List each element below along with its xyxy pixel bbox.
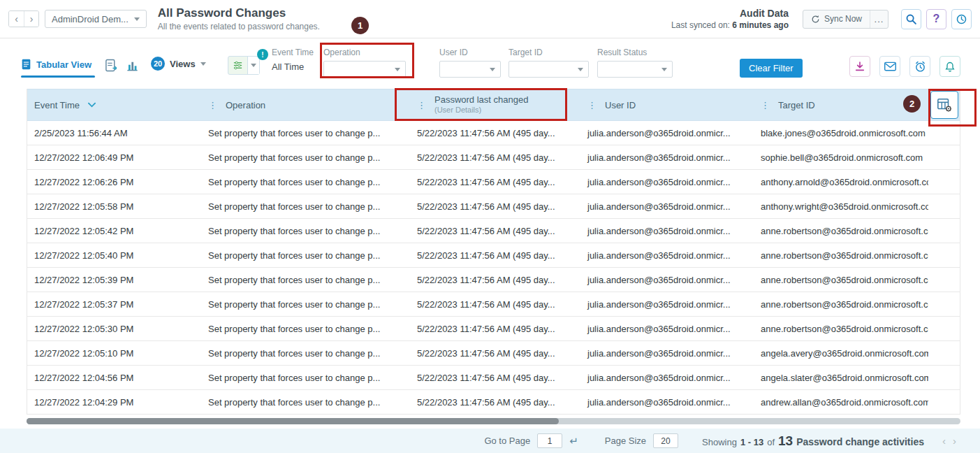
clear-filter-button[interactable]: Clear Filter <box>740 59 803 78</box>
filter-label: Result Status <box>597 48 673 57</box>
cell-password-last-changed: 5/22/2023 11:47:56 AM (495 day... <box>410 201 580 212</box>
cell-password-last-changed: 5/22/2023 11:47:56 AM (495 day... <box>410 373 580 383</box>
filter-options-caret[interactable] <box>247 57 259 74</box>
last-synced-value: 6 minutes ago <box>732 20 789 30</box>
table-row[interactable]: 12/27/2022 12:05:10 PM Set property that… <box>27 341 960 366</box>
column-header-password-last-changed[interactable]: ⋮ Password last changed (User Details) <box>410 89 580 120</box>
cell-event-time: 12/27/2022 12:04:29 PM <box>27 397 201 408</box>
column-header-event-time[interactable]: Event Time <box>27 89 201 120</box>
showing-range: 1 - 13 <box>740 437 763 447</box>
column-header-target-id[interactable]: ⋮ Target ID <box>754 89 928 120</box>
filter-result-status: Result Status <box>597 48 673 78</box>
column-menu-icon[interactable]: ⋮ <box>761 100 770 110</box>
toolbar-action-icons <box>849 56 960 77</box>
chart-view-button[interactable] <box>126 59 139 75</box>
prev-page-button[interactable]: ‹ <box>942 435 946 447</box>
table-row[interactable]: 12/27/2022 12:05:58 PM Set property that… <box>27 194 960 219</box>
views-label: Views <box>170 59 196 69</box>
search-button[interactable] <box>901 9 921 29</box>
chart-view-icon <box>126 59 139 72</box>
tab-tabular-view-label: Tabular View <box>36 59 92 70</box>
table-row[interactable]: 12/27/2022 12:05:40 PM Set property that… <box>27 243 960 268</box>
chevron-down-icon <box>200 62 206 66</box>
email-button[interactable] <box>879 56 900 77</box>
filter-target-id: Target ID <box>509 48 589 78</box>
export-report-button[interactable] <box>105 59 117 75</box>
schedule-button[interactable] <box>909 56 930 77</box>
table-row[interactable]: 12/27/2022 12:04:29 PM Set property that… <box>27 390 960 415</box>
column-menu-icon[interactable]: ⋮ <box>417 100 426 110</box>
user-id-dropdown[interactable] <box>439 61 501 78</box>
tab-tabular-view[interactable]: Tabular View <box>21 59 92 70</box>
scrollbar-thumb[interactable] <box>27 418 559 424</box>
cell-user-id: julia.anderson@o365droid.onmicr... <box>580 128 754 138</box>
table-row[interactable]: 2/25/2023 11:56:44 AM Set property that … <box>27 121 960 145</box>
filter-label: User ID <box>439 48 501 57</box>
column-menu-icon[interactable]: ⋮ <box>587 100 597 110</box>
manage-columns-button[interactable] <box>930 91 958 119</box>
go-icon[interactable]: ↵ <box>569 435 578 447</box>
cell-user-id: julia.anderson@o365droid.onmicr... <box>580 275 754 285</box>
cell-event-time: 12/27/2022 12:04:56 PM <box>27 373 201 383</box>
cell-event-time: 12/27/2022 12:06:49 PM <box>27 152 201 163</box>
table-row[interactable]: 12/27/2022 12:05:42 PM Set property that… <box>27 219 960 243</box>
cell-operation: Set property that forces user to change … <box>201 250 410 261</box>
cell-event-time: 12/27/2022 12:05:30 PM <box>27 324 201 334</box>
cell-event-time: 12/27/2022 12:05:39 PM <box>27 275 201 285</box>
views-dropdown[interactable]: 20 Views <box>151 57 206 71</box>
filter-event-time: Event Time All Time <box>272 48 314 72</box>
operation-dropdown[interactable] <box>323 61 406 78</box>
table-row[interactable]: 12/27/2022 12:05:30 PM Set property that… <box>27 317 960 341</box>
filter-operation: Operation <box>323 48 406 78</box>
audit-history-button[interactable] <box>951 9 972 29</box>
page-title: All Password Changes <box>158 6 320 20</box>
last-synced-text: Last synced on: 6 minutes ago <box>671 20 789 30</box>
chevron-down-icon <box>395 68 400 71</box>
help-button[interactable]: ? <box>926 9 946 29</box>
target-id-dropdown[interactable] <box>509 61 589 78</box>
views-count-badge: 20 <box>151 57 165 71</box>
next-page-button[interactable]: › <box>953 435 956 447</box>
page-size-input[interactable] <box>653 433 678 448</box>
download-button[interactable] <box>849 56 870 77</box>
column-sublabel: (User Details) <box>434 106 528 115</box>
forward-button[interactable]: › <box>24 11 38 27</box>
showing-summary: Showing 1 - 13 of 13 Password change act… <box>702 433 924 449</box>
cell-operation: Set property that forces user to change … <box>201 177 410 187</box>
audit-data-label: Audit Data <box>671 8 789 19</box>
table-row[interactable]: 12/27/2022 12:06:49 PM Set property that… <box>27 145 960 170</box>
cell-user-id: julia.anderson@o365droid.onmicr... <box>580 324 754 334</box>
horizontal-scrollbar[interactable] <box>27 418 960 424</box>
column-header-user-id[interactable]: ⋮ User ID <box>580 89 754 120</box>
table-header-row: Event Time ⋮ Operation ⋮ Password last c… <box>27 89 960 121</box>
table-settings-icon <box>937 97 952 113</box>
sliders-button[interactable] <box>228 57 247 74</box>
tenant-selector[interactable]: AdminDroid Dem... <box>45 10 147 28</box>
table-row[interactable]: 12/27/2022 12:04:56 PM Set property that… <box>27 366 960 390</box>
cell-event-time: 12/27/2022 12:05:10 PM <box>27 348 201 359</box>
sort-chevron-icon[interactable] <box>88 102 96 108</box>
table-row[interactable]: 12/27/2022 12:06:26 PM Set property that… <box>27 170 960 194</box>
table-row[interactable]: 12/27/2022 12:05:37 PM Set property that… <box>27 292 960 317</box>
cell-event-time: 12/27/2022 12:05:58 PM <box>27 201 201 212</box>
go-to-page-input[interactable] <box>537 433 562 448</box>
chevron-down-icon <box>578 68 583 71</box>
sync-now-button[interactable]: Sync Now <box>803 10 870 28</box>
cell-operation: Set property that forces user to change … <box>201 348 410 359</box>
alerts-button[interactable] <box>939 56 960 77</box>
sync-more-options-button[interactable]: ... <box>870 10 888 28</box>
cell-user-id: julia.anderson@o365droid.onmicr... <box>580 152 754 163</box>
cell-password-last-changed: 5/22/2023 11:47:56 AM (495 day... <box>410 128 580 138</box>
column-menu-icon[interactable]: ⋮ <box>208 100 217 110</box>
chevron-down-icon <box>134 17 140 21</box>
result-status-dropdown[interactable] <box>597 61 673 78</box>
cell-operation: Set property that forces user to change … <box>201 152 410 163</box>
sync-group: Sync Now ... <box>803 10 888 29</box>
chevron-down-icon <box>251 64 256 67</box>
back-button[interactable]: ‹ <box>9 11 24 27</box>
table-row[interactable]: 12/27/2022 12:05:39 PM Set property that… <box>27 268 960 292</box>
audit-status: Audit Data Last synced on: 6 minutes ago <box>671 8 789 30</box>
event-time-value[interactable]: All Time <box>272 62 314 72</box>
title-block: All Password Changes All the events rela… <box>158 6 320 31</box>
column-header-operation[interactable]: ⋮ Operation <box>201 89 410 120</box>
